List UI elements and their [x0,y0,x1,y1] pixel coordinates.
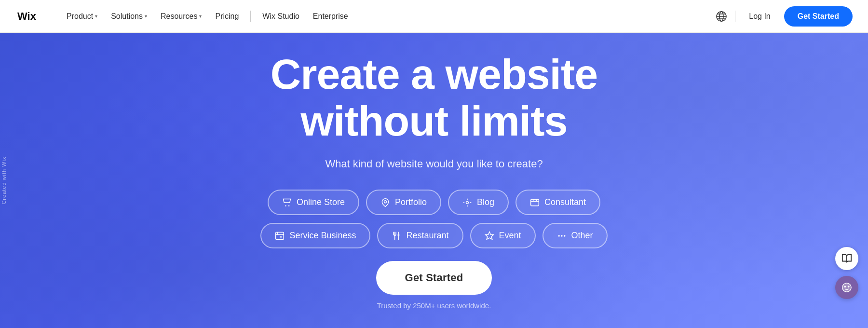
category-btn-service-business[interactable]: Service Business [260,223,370,248]
hero-section: Created with Wix Create a website withou… [0,33,868,328]
svg-point-30 [842,283,851,292]
nav-item-wix-studio[interactable]: Wix Studio [257,8,305,25]
side-label: Created with Wix [1,156,7,204]
category-btn-other[interactable]: Other [542,223,608,248]
trusted-text: Trusted by 250M+ users worldwide. [377,301,491,310]
login-button[interactable]: Log In [743,8,776,25]
nav-divider-right [735,11,735,22]
get-started-hero-button[interactable]: Get Started [376,261,492,295]
nav-item-resources[interactable]: Resources ▾ [155,8,207,25]
other-icon [557,231,567,241]
hero-subtitle: What kind of website would you like to c… [325,158,542,170]
event-icon [485,231,494,241]
book-widget[interactable] [835,247,858,270]
svg-rect-19 [276,232,284,239]
service-icon [275,231,285,241]
portfolio-icon [380,198,390,207]
category-btn-event[interactable]: Event [470,223,536,248]
category-buttons-row2: Service Business Restaurant Event [260,223,607,248]
svg-marker-26 [485,232,493,239]
svg-rect-15 [531,199,539,205]
category-btn-consultant[interactable]: Consultant [515,190,600,215]
nav-item-solutions[interactable]: Solutions ▾ [105,8,153,25]
restaurant-icon [392,231,401,241]
language-selector[interactable] [716,11,727,22]
store-icon [282,198,292,207]
category-btn-portfolio[interactable]: Portfolio [366,190,441,215]
svg-point-28 [561,235,562,236]
svg-point-7 [285,205,286,206]
nav-item-product[interactable]: Product ▾ [61,8,103,25]
chevron-down-icon: ▾ [95,14,97,19]
hero-title: Create a website without limits [271,51,598,145]
navbar-right: Log In Get Started [716,6,853,27]
consultant-icon [530,198,540,207]
chevron-down-icon: ▾ [145,14,147,19]
nav-item-enterprise[interactable]: Enterprise [307,8,354,25]
category-btn-online-store[interactable]: Online Store [268,190,359,215]
svg-point-31 [844,286,846,287]
category-btn-restaurant[interactable]: Restaurant [377,223,463,248]
blog-icon [462,198,472,207]
nav-divider [250,11,251,22]
ai-widget[interactable] [835,276,858,299]
svg-point-8 [288,205,290,206]
svg-point-32 [848,286,850,287]
main-nav: Product ▾ Solutions ▾ Resources ▾ Pricin… [61,8,716,25]
nav-item-pricing[interactable]: Pricing [209,8,244,25]
svg-text:Wix: Wix [17,10,37,22]
get-started-nav-button[interactable]: Get Started [784,6,853,27]
svg-point-9 [384,201,386,203]
category-buttons-row1: Online Store Portfolio Blog [268,190,600,215]
svg-point-27 [558,235,559,236]
category-btn-blog[interactable]: Blog [448,190,509,215]
svg-point-29 [564,235,565,236]
logo[interactable]: Wix [15,9,43,24]
navbar: Wix Product ▾ Solutions ▾ Resources ▾ Pr… [0,0,868,33]
chevron-down-icon: ▾ [199,14,202,19]
svg-point-10 [466,201,469,204]
